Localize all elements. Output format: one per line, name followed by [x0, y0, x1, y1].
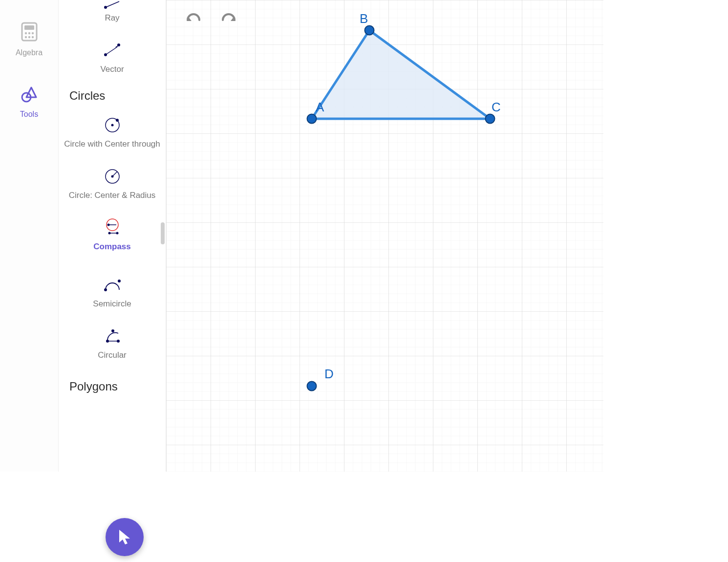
- sidebar-tab-tools[interactable]: Tools: [20, 86, 38, 119]
- svg-line-21: [112, 172, 117, 176]
- history-controls: [186, 12, 236, 25]
- tool-label: Circle with Center through: [64, 139, 160, 150]
- svg-point-2: [24, 32, 26, 34]
- tool-label: Circular: [98, 350, 127, 361]
- graphics-view[interactable]: A B C D: [166, 0, 603, 472]
- tool-panel: Ray Vector Circles: [59, 0, 166, 472]
- svg-point-39: [307, 382, 317, 391]
- tool-vector[interactable]: Vector: [59, 33, 166, 84]
- vector-icon: [102, 40, 123, 61]
- tool-compass[interactable]: Compass: [59, 210, 166, 261]
- view-sidebar: Algebra Tools: [0, 0, 59, 472]
- redo-button[interactable]: [221, 12, 236, 25]
- svg-point-27: [116, 232, 118, 234]
- svg-point-3: [28, 32, 30, 34]
- svg-point-17: [111, 124, 113, 126]
- sidebar-tab-algebra[interactable]: Algebra: [16, 22, 43, 57]
- circular-arc-icon: [102, 325, 123, 347]
- tools-icon: [20, 86, 38, 105]
- undo-button[interactable]: [186, 12, 201, 25]
- svg-point-28: [104, 288, 107, 291]
- calculator-icon: [21, 22, 38, 43]
- undo-icon: [186, 12, 201, 25]
- svg-point-18: [116, 119, 119, 122]
- tool-semicircle[interactable]: Semicircle: [59, 261, 166, 319]
- point-label: D: [324, 367, 334, 381]
- semicircle-icon: [102, 274, 123, 296]
- svg-point-15: [117, 43, 120, 46]
- svg-point-7: [31, 36, 33, 38]
- svg-line-10: [106, 1, 119, 7]
- svg-point-6: [28, 36, 30, 38]
- tool-label: Compass: [93, 241, 131, 253]
- circle-center-radius-icon: [102, 166, 123, 187]
- circle-center-through-icon: [102, 114, 123, 136]
- tool-label: Semicircle: [93, 299, 131, 310]
- tool-label: Ray: [105, 13, 119, 24]
- svg-point-5: [24, 36, 26, 38]
- compass-icon: [102, 217, 123, 238]
- redo-icon: [221, 12, 236, 25]
- tool-label: Circle: Center & Radius: [69, 190, 156, 201]
- point-label: B: [360, 11, 368, 26]
- svg-point-29: [118, 280, 121, 282]
- tool-label: Vector: [100, 64, 124, 75]
- tool-panel-scrollbar[interactable]: [161, 222, 165, 244]
- grid-canvas[interactable]: A B C D: [166, 0, 603, 472]
- svg-point-38: [486, 114, 495, 124]
- svg-point-36: [307, 114, 317, 124]
- tool-ray[interactable]: Ray: [59, 0, 166, 33]
- tool-group-header-polygons: Polygons: [59, 370, 166, 398]
- svg-point-13: [104, 53, 107, 56]
- svg-point-4: [31, 32, 33, 34]
- ray-icon: [102, 0, 123, 10]
- svg-rect-1: [24, 25, 34, 30]
- tool-circle-center-radius[interactable]: Circle: Center & Radius: [59, 159, 166, 210]
- sidebar-tab-label: Tools: [20, 110, 38, 119]
- svg-point-37: [365, 26, 374, 35]
- point-label: C: [492, 100, 501, 114]
- tool-circle-center-through[interactable]: Circle with Center through: [59, 108, 166, 159]
- svg-point-11: [104, 6, 107, 9]
- svg-line-12: [106, 47, 117, 55]
- tool-group-header-circles: Circles: [59, 84, 166, 108]
- tool-circular-arc[interactable]: Circular: [59, 319, 166, 370]
- svg-point-31: [111, 329, 114, 332]
- point-label: A: [316, 100, 324, 114]
- sidebar-tab-label: Algebra: [16, 48, 43, 57]
